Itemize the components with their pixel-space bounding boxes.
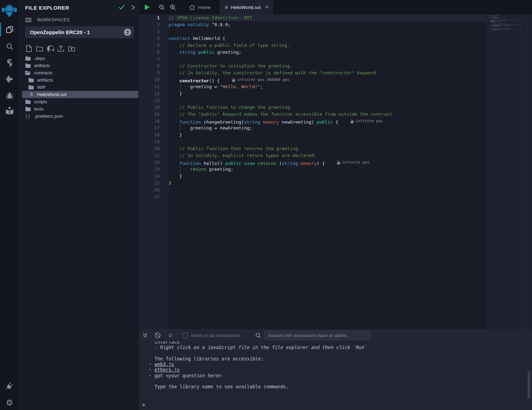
line-number: 17 xyxy=(139,125,160,132)
terminal-header: 0 listen on all transactions xyxy=(139,329,532,341)
workspaces-label: WORKSPACES xyxy=(37,18,70,22)
remix-logo-icon[interactable] xyxy=(1,2,18,20)
folder-icon xyxy=(25,99,31,104)
code-line: // Constructor to initialize the greetin… xyxy=(169,63,486,70)
zoom-in-button[interactable] xyxy=(167,0,178,14)
tree-item-artifacts[interactable]: artifacts xyxy=(19,76,139,84)
folder-open-icon xyxy=(25,71,31,75)
new-folder-icon[interactable] xyxy=(36,44,43,53)
line-number: 16 xyxy=(139,118,160,125)
code-line: // Public function to change the greetin… xyxy=(169,104,486,111)
collapse-chevron-icon[interactable] xyxy=(131,5,135,11)
line-number: 27 xyxy=(139,193,160,200)
library-link[interactable]: web3.js xyxy=(155,361,174,367)
line-number: 5 xyxy=(139,42,160,49)
line-number: 7 xyxy=(139,56,160,63)
tree-item-artifacts[interactable]: artifacts xyxy=(19,62,139,69)
terminal-line: The following libraries are accessible: xyxy=(139,356,532,361)
file-explorer-panel: FILE EXPLORER WORKSPACES OpenZeppelin ER… xyxy=(19,0,139,410)
panel-title: FILE EXPLORER xyxy=(25,5,69,11)
line-number: 1 xyxy=(139,14,160,21)
home-icon xyxy=(189,4,195,10)
code-line: // Public function that returns the gree… xyxy=(169,145,486,152)
clear-console-icon[interactable] xyxy=(155,332,161,338)
learneth-icon[interactable] xyxy=(0,103,19,118)
tree-item-scripts[interactable]: scripts xyxy=(19,98,139,105)
terminal-search-input[interactable] xyxy=(264,331,370,340)
code-editor[interactable]: // SPDX-License-Identifier: MITpragma so… xyxy=(169,14,486,329)
line-number: 2 xyxy=(139,21,160,28)
upload-file-icon[interactable] xyxy=(57,44,65,53)
tab-label: HelloWorld.sol xyxy=(231,5,260,10)
run-script-button[interactable] xyxy=(142,0,153,14)
search-icon[interactable] xyxy=(0,39,19,54)
workspace-dropdown[interactable]: OpenZeppelin ERC20 - 1 xyxy=(25,26,134,38)
minimap[interactable]: // SPDX-License-Identifier: MITpragma so… xyxy=(489,14,523,33)
code-line xyxy=(489,32,523,33)
new-file-icon[interactable] xyxy=(25,44,33,53)
file-explorer-icon[interactable] xyxy=(0,22,19,37)
tree-item-tests[interactable]: tests xyxy=(19,105,139,113)
code-line: // SPDX-License-Identifier: MIT xyxy=(169,14,486,21)
code-line: pragma solidity ^0.8.0; xyxy=(169,21,486,28)
code-line: } xyxy=(169,132,486,138)
tree-item-wip[interactable]: WIP xyxy=(19,84,139,91)
clone-github-icon[interactable] xyxy=(46,44,54,53)
terminal-list-item: ethers.js xyxy=(139,367,532,372)
workspace-name: OpenZeppelin ERC20 - 1 xyxy=(30,29,124,35)
line-number: 6 xyxy=(139,49,160,56)
code-line: // In Solidity, explicit return types ar… xyxy=(169,152,486,159)
folder-icon xyxy=(25,56,31,61)
line-number: 13 xyxy=(139,97,160,104)
terminal-list-item: web3.js xyxy=(139,361,532,367)
tree-item--prettierrc-json[interactable]: {}.prettierrc.json xyxy=(19,113,139,120)
zoom-out-button[interactable] xyxy=(156,0,167,14)
line-number: 8 xyxy=(139,63,160,70)
tree-item--deps[interactable]: .deps xyxy=(19,55,139,62)
solidity-compiler-icon[interactable] xyxy=(0,55,19,70)
accept-check-icon[interactable] xyxy=(119,5,125,11)
folder-icon xyxy=(25,63,31,68)
deploy-run-icon[interactable] xyxy=(0,72,19,87)
workspace-sort-icon[interactable] xyxy=(124,29,131,36)
tree-item-contracts[interactable]: contracts xyxy=(19,69,139,76)
pending-tx-count: 0 xyxy=(169,333,172,338)
line-number: 18 xyxy=(139,132,160,138)
line-number: 4 xyxy=(139,35,160,42)
code-line: // The "public" keyword makes the functi… xyxy=(169,111,486,118)
file-tree: .depsartifactscontractsartifactsWIPSHell… xyxy=(19,55,139,120)
listen-transactions-checkbox[interactable] xyxy=(182,333,188,338)
debugger-icon[interactable] xyxy=(0,88,19,103)
code-line: constructor() {infinite gas 368600 gas xyxy=(169,76,486,83)
tab-helloworld-sol[interactable]: S HelloWorld.sol × xyxy=(220,0,273,14)
code-line: string public greeting; xyxy=(169,49,486,56)
folder-icon xyxy=(28,85,34,90)
settings-gear-icon[interactable]: ⚙ xyxy=(0,395,19,410)
load-folder-icon[interactable] xyxy=(68,44,75,53)
terminal-scrollbar-thumb[interactable] xyxy=(528,371,530,399)
gas-estimate-annotation: infinite gas xyxy=(351,118,383,125)
expand-terminal-icon[interactable] xyxy=(142,333,148,338)
solidity-icon: S xyxy=(28,92,34,97)
close-tab-icon[interactable]: × xyxy=(265,4,268,11)
code-line: // Declare a public field of type string… xyxy=(169,42,486,49)
code-line: greeting = "Hello, World!"; xyxy=(169,83,486,90)
line-number: 23 xyxy=(139,166,160,173)
line-number: 19 xyxy=(139,138,160,145)
remix-ide-window: ⚙ FILE EXPLORER WORKSPACES OpenZeppelin … xyxy=(0,0,532,410)
workspace-menu-icon[interactable] xyxy=(25,18,32,22)
terminal-output[interactable]: interface- Right click on a JavaScript f… xyxy=(139,341,532,410)
terminal-line: Type the library name to see available c… xyxy=(139,384,532,389)
code-line xyxy=(169,138,486,145)
code-line: } xyxy=(169,90,486,97)
tree-item-helloworld-sol[interactable]: SHelloWorld.sol xyxy=(22,91,138,98)
terminal-prompt[interactable]: > xyxy=(139,402,532,408)
editor-tabbar: Home S HelloWorld.sol × xyxy=(139,0,532,14)
code-line: // In Solidity, the constructor is defin… xyxy=(169,70,486,76)
line-number: 10 xyxy=(139,76,160,83)
tab-home[interactable]: Home xyxy=(184,0,215,14)
plugin-manager-icon[interactable] xyxy=(0,378,19,393)
code-line: contract HelloWorld { xyxy=(169,35,486,42)
library-link[interactable]: ethers.js xyxy=(155,367,180,372)
line-number-gutter: 1234567891011121314151617181920212223242… xyxy=(139,14,169,329)
